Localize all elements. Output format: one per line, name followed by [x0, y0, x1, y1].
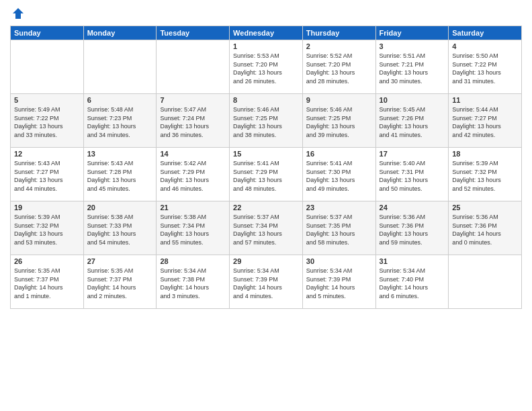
- day-info: Sunrise: 5:46 AM Sunset: 7:25 PM Dayligh…: [306, 105, 372, 139]
- day-info: Sunrise: 5:45 AM Sunset: 7:26 PM Dayligh…: [380, 105, 445, 139]
- day-info: Sunrise: 5:53 AM Sunset: 7:20 PM Dayligh…: [233, 52, 299, 85]
- calendar-week-row: 26Sunrise: 5:35 AM Sunset: 7:37 PM Dayli…: [11, 255, 522, 309]
- day-number: 12: [14, 150, 80, 158]
- calendar-cell: 1Sunrise: 5:53 AM Sunset: 7:20 PM Daylig…: [230, 40, 303, 94]
- day-number: 19: [14, 203, 80, 212]
- day-number: 30: [306, 257, 372, 265]
- day-info: Sunrise: 5:35 AM Sunset: 7:37 PM Dayligh…: [14, 267, 80, 300]
- day-info: Sunrise: 5:37 AM Sunset: 7:35 PM Dayligh…: [306, 213, 372, 246]
- day-number: 16: [306, 150, 372, 158]
- day-info: Sunrise: 5:43 AM Sunset: 7:28 PM Dayligh…: [87, 159, 153, 193]
- day-number: 22: [233, 203, 299, 212]
- day-number: 8: [233, 96, 299, 104]
- calendar-cell: 12Sunrise: 5:43 AM Sunset: 7:27 PM Dayli…: [11, 148, 84, 201]
- day-info: Sunrise: 5:52 AM Sunset: 7:20 PM Dayligh…: [306, 52, 372, 85]
- header: [10, 7, 522, 20]
- calendar-week-row: 5Sunrise: 5:49 AM Sunset: 7:22 PM Daylig…: [11, 94, 522, 148]
- calendar-cell: 29Sunrise: 5:34 AM Sunset: 7:39 PM Dayli…: [230, 255, 303, 309]
- calendar-cell: 10Sunrise: 5:45 AM Sunset: 7:26 PM Dayli…: [375, 94, 449, 148]
- day-number: 1: [233, 42, 299, 50]
- day-number: 24: [380, 203, 445, 212]
- day-info: Sunrise: 5:43 AM Sunset: 7:27 PM Dayligh…: [14, 159, 80, 193]
- calendar-week-row: 12Sunrise: 5:43 AM Sunset: 7:27 PM Dayli…: [11, 148, 522, 201]
- calendar-cell: 15Sunrise: 5:41 AM Sunset: 7:29 PM Dayli…: [230, 148, 303, 201]
- calendar-cell: 24Sunrise: 5:36 AM Sunset: 7:36 PM Dayli…: [375, 201, 449, 255]
- day-number: 20: [87, 203, 153, 212]
- calendar-cell: 30Sunrise: 5:34 AM Sunset: 7:39 PM Dayli…: [302, 255, 375, 309]
- calendar-cell: 28Sunrise: 5:34 AM Sunset: 7:38 PM Dayli…: [157, 255, 230, 309]
- day-info: Sunrise: 5:48 AM Sunset: 7:23 PM Dayligh…: [87, 105, 153, 139]
- calendar-cell: 6Sunrise: 5:48 AM Sunset: 7:23 PM Daylig…: [83, 94, 157, 148]
- day-number: 31: [380, 257, 445, 265]
- day-info: Sunrise: 5:38 AM Sunset: 7:34 PM Dayligh…: [160, 213, 226, 246]
- calendar-cell: 7Sunrise: 5:47 AM Sunset: 7:24 PM Daylig…: [157, 94, 230, 148]
- calendar-cell: 25Sunrise: 5:36 AM Sunset: 7:36 PM Dayli…: [449, 201, 522, 255]
- day-number: 29: [233, 257, 299, 265]
- day-info: Sunrise: 5:39 AM Sunset: 7:32 PM Dayligh…: [452, 159, 518, 193]
- day-info: Sunrise: 5:36 AM Sunset: 7:36 PM Dayligh…: [452, 213, 518, 246]
- calendar-cell: 2Sunrise: 5:52 AM Sunset: 7:20 PM Daylig…: [302, 40, 375, 94]
- day-number: 14: [160, 150, 226, 158]
- calendar-page: SundayMondayTuesdayWednesdayThursdayFrid…: [0, 0, 532, 411]
- day-info: Sunrise: 5:50 AM Sunset: 7:22 PM Dayligh…: [452, 52, 518, 85]
- day-info: Sunrise: 5:44 AM Sunset: 7:27 PM Dayligh…: [452, 105, 518, 139]
- calendar-cell: 14Sunrise: 5:42 AM Sunset: 7:29 PM Dayli…: [157, 148, 230, 201]
- calendar-cell: 3Sunrise: 5:51 AM Sunset: 7:21 PM Daylig…: [375, 40, 449, 94]
- calendar-cell: [449, 255, 522, 309]
- day-header-thursday: Thursday: [302, 26, 375, 40]
- calendar-table: SundayMondayTuesdayWednesdayThursdayFrid…: [10, 26, 522, 309]
- calendar-cell: 13Sunrise: 5:43 AM Sunset: 7:28 PM Dayli…: [83, 148, 157, 201]
- day-info: Sunrise: 5:34 AM Sunset: 7:38 PM Dayligh…: [160, 267, 226, 300]
- day-number: 7: [160, 96, 226, 104]
- day-number: 6: [87, 96, 153, 104]
- calendar-cell: 23Sunrise: 5:37 AM Sunset: 7:35 PM Dayli…: [302, 201, 375, 255]
- day-header-saturday: Saturday: [449, 26, 522, 40]
- day-number: 2: [306, 42, 372, 50]
- day-header-monday: Monday: [83, 26, 157, 40]
- day-number: 28: [160, 257, 226, 265]
- day-info: Sunrise: 5:41 AM Sunset: 7:30 PM Dayligh…: [306, 159, 372, 193]
- day-number: 10: [380, 96, 445, 104]
- calendar-cell: 21Sunrise: 5:38 AM Sunset: 7:34 PM Dayli…: [157, 201, 230, 255]
- day-number: 17: [380, 150, 445, 158]
- day-number: 11: [452, 96, 518, 104]
- calendar-cell: 22Sunrise: 5:37 AM Sunset: 7:34 PM Dayli…: [230, 201, 303, 255]
- calendar-cell: [11, 40, 84, 94]
- day-info: Sunrise: 5:42 AM Sunset: 7:29 PM Dayligh…: [160, 159, 226, 193]
- day-info: Sunrise: 5:34 AM Sunset: 7:40 PM Dayligh…: [380, 267, 445, 300]
- calendar-week-row: 19Sunrise: 5:39 AM Sunset: 7:32 PM Dayli…: [11, 201, 522, 255]
- calendar-cell: 8Sunrise: 5:46 AM Sunset: 7:25 PM Daylig…: [230, 94, 303, 148]
- calendar-cell: 18Sunrise: 5:39 AM Sunset: 7:32 PM Dayli…: [449, 148, 522, 201]
- calendar-cell: 19Sunrise: 5:39 AM Sunset: 7:32 PM Dayli…: [11, 201, 84, 255]
- calendar-cell: 4Sunrise: 5:50 AM Sunset: 7:22 PM Daylig…: [449, 40, 522, 94]
- calendar-cell: 26Sunrise: 5:35 AM Sunset: 7:37 PM Dayli…: [11, 255, 84, 309]
- day-info: Sunrise: 5:37 AM Sunset: 7:34 PM Dayligh…: [233, 213, 299, 246]
- calendar-cell: 17Sunrise: 5:40 AM Sunset: 7:31 PM Dayli…: [375, 148, 449, 201]
- day-number: 9: [306, 96, 372, 104]
- day-number: 4: [452, 42, 518, 50]
- calendar-cell: [83, 40, 157, 94]
- calendar-week-row: 1Sunrise: 5:53 AM Sunset: 7:20 PM Daylig…: [11, 40, 522, 94]
- svg-marker-0: [13, 8, 24, 19]
- calendar-cell: 16Sunrise: 5:41 AM Sunset: 7:30 PM Dayli…: [302, 148, 375, 201]
- calendar-cell: [157, 40, 230, 94]
- day-header-sunday: Sunday: [11, 26, 84, 40]
- day-number: 15: [233, 150, 299, 158]
- day-number: 21: [160, 203, 226, 212]
- calendar-cell: 20Sunrise: 5:38 AM Sunset: 7:33 PM Dayli…: [83, 201, 157, 255]
- day-number: 25: [452, 203, 518, 212]
- day-info: Sunrise: 5:34 AM Sunset: 7:39 PM Dayligh…: [306, 267, 372, 300]
- day-info: Sunrise: 5:36 AM Sunset: 7:36 PM Dayligh…: [380, 213, 445, 246]
- day-info: Sunrise: 5:39 AM Sunset: 7:32 PM Dayligh…: [14, 213, 80, 246]
- day-header-wednesday: Wednesday: [230, 26, 303, 40]
- calendar-cell: 27Sunrise: 5:35 AM Sunset: 7:37 PM Dayli…: [83, 255, 157, 309]
- day-number: 18: [452, 150, 518, 158]
- day-number: 27: [87, 257, 153, 265]
- day-info: Sunrise: 5:34 AM Sunset: 7:39 PM Dayligh…: [233, 267, 299, 300]
- day-number: 23: [306, 203, 372, 212]
- calendar-cell: 9Sunrise: 5:46 AM Sunset: 7:25 PM Daylig…: [302, 94, 375, 148]
- day-header-friday: Friday: [375, 26, 449, 40]
- day-info: Sunrise: 5:49 AM Sunset: 7:22 PM Dayligh…: [14, 105, 80, 139]
- day-info: Sunrise: 5:47 AM Sunset: 7:24 PM Dayligh…: [160, 105, 226, 139]
- day-number: 5: [14, 96, 80, 104]
